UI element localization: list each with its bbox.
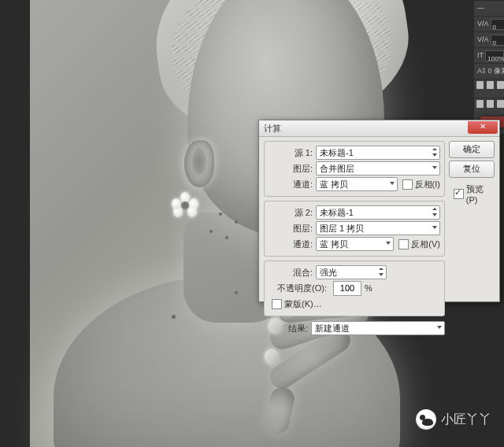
blend-group: 混合: 强光 不透明度(O): % 蒙版(K)… <box>264 260 445 316</box>
source1-invert-checkbox[interactable] <box>402 179 413 190</box>
blend-label: 混合: <box>269 267 313 279</box>
titlebar[interactable]: 计算 <box>259 120 499 137</box>
watermark-text: 小匠丫丫 <box>441 412 491 428</box>
source2-group: 源 2: 未标题-1 图层: 图层 1 拷贝 通道: 蓝 拷贝 反相(V) <box>264 201 445 257</box>
calculations-dialog: 计算 源 1: 未标题-1 图层: 合并图层 通道: 蓝 拷贝 反相(I) 源 … <box>258 120 500 302</box>
mask-checkbox[interactable] <box>272 299 282 309</box>
dialog-title: 计算 <box>264 123 281 135</box>
mask-label: 蒙版(K)… <box>284 298 322 310</box>
opacity-unit: % <box>365 283 372 293</box>
watermark: 小匠丫丫 <box>416 409 491 430</box>
preview-checkbox[interactable] <box>454 189 464 199</box>
opacity-field[interactable] <box>333 281 361 296</box>
close-button[interactable] <box>468 121 498 134</box>
result-label: 结果: <box>264 323 308 334</box>
source1-group: 源 1: 未标题-1 图层: 合并图层 通道: 蓝 拷贝 反相(I) <box>264 141 445 197</box>
source2-channel-dropdown[interactable]: 蓝 拷贝 <box>316 237 394 251</box>
source1-label: 源 1: <box>269 147 313 159</box>
source2-invert-label: 反相(V) <box>411 238 440 250</box>
type-opts-row[interactable] <box>474 98 504 116</box>
source2-layer-label: 图层: <box>269 223 313 235</box>
source2-layer-dropdown[interactable]: 图层 1 拷贝 <box>316 221 440 235</box>
character-panel: — V/A 0 V/A 0 IT 100% A‡ 0 像素 <box>474 0 504 134</box>
opacity-label: 不透明度(O): <box>269 283 327 294</box>
type-style-row[interactable] <box>474 79 504 98</box>
scale-v-field[interactable]: 100% <box>485 50 504 61</box>
source1-layer-dropdown[interactable]: 合并图层 <box>316 161 440 175</box>
blend-mode-dropdown[interactable]: 强光 <box>316 265 387 279</box>
source1-channel-dropdown[interactable]: 蓝 拷贝 <box>316 177 398 191</box>
source1-channel-label: 通道: <box>269 179 313 190</box>
source2-dropdown[interactable]: 未标题-1 <box>316 205 440 220</box>
result-dropdown[interactable]: 新建通道 <box>311 321 445 335</box>
source1-layer-label: 图层: <box>269 163 313 175</box>
source2-invert-checkbox[interactable] <box>398 239 409 249</box>
source1-invert-label: 反相(I) <box>415 179 440 190</box>
source1-dropdown[interactable]: 未标题-1 <box>316 146 440 160</box>
ok-button[interactable]: 确定 <box>449 141 495 158</box>
preview-label: 预览(P) <box>466 183 495 205</box>
baseline-label: 0 像素 <box>488 67 504 75</box>
kerning-field-2[interactable]: 0 <box>491 35 504 46</box>
font-family-row[interactable]: — <box>474 0 504 16</box>
source2-channel-label: 通道: <box>269 238 313 250</box>
source2-label: 源 2: <box>269 207 313 219</box>
wechat-icon <box>416 409 436 430</box>
reset-button[interactable]: 复位 <box>449 161 495 178</box>
earring-flower <box>173 194 197 217</box>
kerning-field-1[interactable]: 0 <box>491 19 504 30</box>
